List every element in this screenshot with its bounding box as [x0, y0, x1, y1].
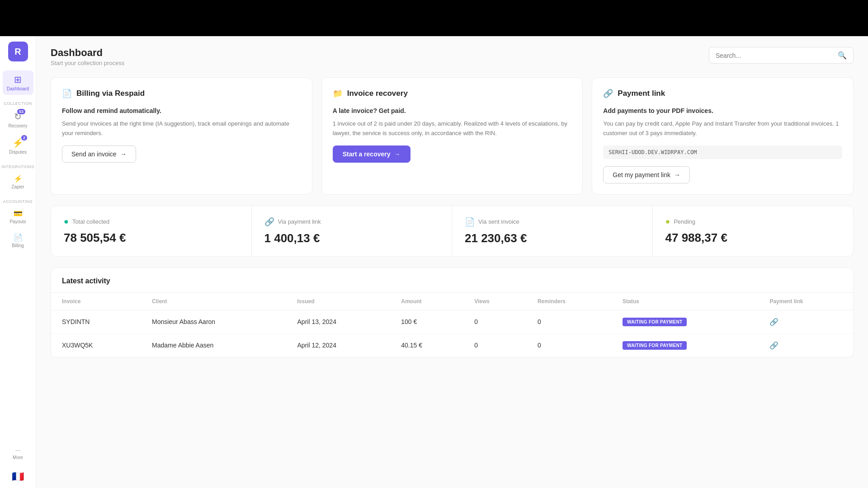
stat-pending: ● Pending 47 988,37 €: [653, 206, 854, 256]
row2-invoice: XU3WQ5K: [51, 333, 141, 357]
col-invoice: Invoice: [51, 293, 141, 310]
pending-label: Pending: [674, 218, 695, 225]
row2-views: 0: [463, 333, 527, 357]
send-invoice-arrow: →: [120, 150, 127, 158]
sidebar-item-recovery[interactable]: ↻ 53 Recovery: [3, 108, 33, 132]
activity-section: Latest activity Invoice Client Issued Am…: [51, 267, 854, 357]
pending-value: 47 988,37 €: [665, 231, 841, 245]
card-billing-via-respaid: 📄 Billing via Respaid Follow and remind …: [51, 77, 312, 195]
payment-card-desc: You can pay by credit card, Apple Pay an…: [603, 119, 842, 138]
via-invoice-label: Via sent invoice: [478, 218, 519, 225]
row1-link-icon[interactable]: 🔗: [769, 318, 778, 326]
get-payment-link-label: Get my payment link: [613, 171, 670, 178]
pending-icon: ●: [665, 217, 670, 226]
recovery-icon: ↻ 53: [14, 111, 22, 122]
card-payment-header: 🔗 Payment link: [603, 89, 842, 99]
start-recovery-arrow: →: [394, 150, 401, 158]
sidebar-label-more: More: [13, 455, 23, 460]
billing-card-heading: Follow and remind automatically.: [62, 106, 301, 116]
row2-issued: April 12, 2024: [287, 333, 391, 357]
col-reminders: Reminders: [527, 293, 612, 310]
card-payment-link: 🔗 Payment link Add payments to your PDF …: [592, 77, 854, 195]
page-title-group: Dashboard Start your collection process: [51, 47, 124, 66]
sidebar-item-more[interactable]: ··· More: [3, 443, 33, 464]
col-views: Views: [463, 293, 527, 310]
zapier-icon: ⚡: [14, 174, 23, 183]
recovery-card-title: Invoice recovery: [347, 89, 408, 98]
sidebar-label-billing: Billing: [12, 243, 24, 248]
card-recovery-header: 📁 Invoice recovery: [333, 89, 572, 99]
page-title: Dashboard: [51, 47, 124, 59]
card-invoice-recovery: 📁 Invoice recovery A late invoice? Get p…: [321, 77, 583, 195]
stat-total-collected: ● Total collected 78 505,54 €: [51, 206, 252, 256]
sidebar: R ⊞ Dashboard COLLECTION ↻ 53 Recovery ⚡: [0, 36, 36, 488]
country-flag[interactable]: 🇫🇷: [12, 471, 24, 483]
disputes-icon: ⚡ 2: [12, 137, 24, 148]
total-collected-label: Total collected: [72, 218, 109, 225]
section-label-accounting: ACCOUNTING: [0, 199, 36, 204]
billing-card-title: Billing via Respaid: [76, 89, 145, 98]
billing-card-icon: 📄: [62, 89, 72, 99]
col-payment-link: Payment link: [759, 293, 853, 310]
get-payment-link-arrow: →: [674, 171, 680, 178]
sidebar-label-disputes: Disputes: [9, 150, 27, 155]
via-payment-value: 1 400,13 €: [264, 231, 439, 245]
row2-link-icon[interactable]: 🔗: [769, 342, 778, 349]
billing-card-desc: Send your invoices at the right time (IA…: [62, 119, 301, 138]
section-label-integrations: INTEGRATIONS: [0, 164, 36, 169]
total-collected-icon: ●: [64, 217, 69, 226]
payment-card-icon: 🔗: [603, 89, 613, 99]
sidebar-item-disputes[interactable]: ⚡ 2 Disputes: [3, 134, 33, 158]
main-content: Dashboard Start your collection process …: [36, 36, 868, 488]
more-icon: ···: [15, 446, 21, 454]
recovery-card-desc: 1 invoice out of 2 is paid under 20 days…: [333, 119, 572, 138]
billing-icon: 📄: [14, 233, 23, 242]
cards-row: 📄 Billing via Respaid Follow and remind …: [51, 77, 854, 195]
page-header: Dashboard Start your collection process …: [51, 47, 854, 66]
dashboard-icon: ⊞: [14, 74, 22, 85]
start-recovery-button[interactable]: Start a recovery →: [333, 145, 410, 163]
col-client: Client: [141, 293, 286, 310]
search-container[interactable]: 🔍: [709, 47, 854, 64]
total-collected-value: 78 505,54 €: [64, 231, 239, 245]
sidebar-item-billing[interactable]: 📄 Billing: [3, 230, 33, 252]
row1-link[interactable]: 🔗: [759, 310, 853, 333]
col-status: Status: [612, 293, 759, 310]
activity-table: Invoice Client Issued Amount Views Remin…: [51, 293, 853, 357]
section-label-collection: COLLECTION: [0, 101, 36, 106]
sidebar-item-payouts[interactable]: 💳 Payouts: [3, 206, 33, 228]
row2-status: WAITING FOR PAYMENT: [612, 333, 759, 357]
search-input[interactable]: [716, 52, 834, 59]
sidebar-item-dashboard[interactable]: ⊞ Dashboard: [3, 70, 33, 95]
via-payment-icon: 🔗: [264, 217, 274, 227]
stat-via-sent-invoice: 📄 Via sent invoice 21 230,63 €: [452, 206, 653, 256]
via-invoice-value: 21 230,63 €: [465, 231, 640, 245]
stats-row: ● Total collected 78 505,54 € 🔗 Via paym…: [51, 206, 854, 257]
sidebar-label-dashboard: Dashboard: [7, 86, 29, 91]
card-billing-header: 📄 Billing via Respaid: [62, 89, 301, 99]
row1-client: Monsieur Abass Aaron: [141, 310, 286, 333]
payment-card-heading: Add payments to your PDF invoices.: [603, 106, 842, 116]
table-row: SYDINTN Monsieur Abass Aaron April 13, 2…: [51, 310, 853, 333]
stat-pending-header: ● Pending: [665, 217, 841, 226]
sidebar-label-recovery: Recovery: [8, 123, 27, 128]
row1-amount: 100 €: [390, 310, 463, 333]
col-issued: Issued: [287, 293, 391, 310]
sidebar-logo[interactable]: R: [8, 42, 28, 61]
payment-link-url: SERHII-UDOD.DEV.WIDRPAY.COM: [603, 145, 842, 159]
row1-views: 0: [463, 310, 527, 333]
row1-issued: April 13, 2024: [287, 310, 391, 333]
recovery-card-icon: 📁: [333, 89, 343, 99]
row2-link[interactable]: 🔗: [759, 333, 853, 357]
recovery-badge: 53: [17, 109, 25, 114]
row2-reminders: 0: [527, 333, 612, 357]
stat-via-payment-link: 🔗 Via payment link 1 400,13 €: [252, 206, 453, 256]
search-icon: 🔍: [838, 51, 847, 60]
send-invoice-button[interactable]: Send an invoice →: [62, 145, 136, 163]
row2-amount: 40.15 €: [390, 333, 463, 357]
sidebar-item-zapier[interactable]: ⚡ Zapier: [3, 171, 33, 193]
row2-client: Madame Abbie Aasen: [141, 333, 286, 357]
get-payment-link-button[interactable]: Get my payment link →: [603, 166, 690, 183]
payment-card-title: Payment link: [618, 89, 665, 98]
table-header-row: Invoice Client Issued Amount Views Remin…: [51, 293, 853, 310]
